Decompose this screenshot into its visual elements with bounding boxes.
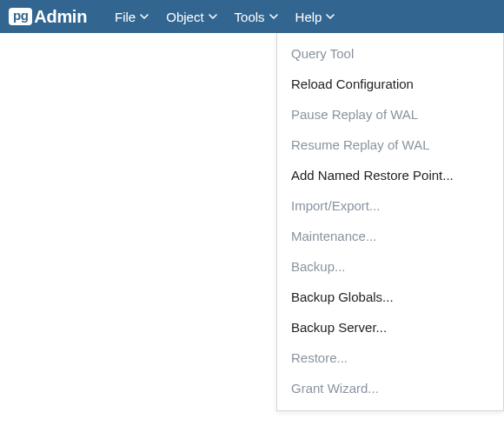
menu-label: File [115,10,136,24]
dropdown-item-maintenance[interactable]: Maintenance... [277,221,503,251]
logo-text: Admin [34,7,87,27]
dropdown-item-query-tool[interactable]: Query Tool [277,38,503,69]
menu-label: Tools [235,10,265,24]
menu-tools[interactable]: Tools [226,0,287,33]
app-logo: pg Admin [9,7,87,27]
menu-object[interactable]: Object [157,0,225,33]
dropdown-item-backup[interactable]: Backup... [277,251,503,282]
chevron-down-icon [269,14,278,19]
logo-badge: pg [9,8,32,25]
dropdown-item-resume-replay-wal[interactable]: Resume Replay of WAL [277,130,503,160]
chevron-down-icon [209,14,217,19]
dropdown-item-pause-replay-wal[interactable]: Pause Replay of WAL [277,99,503,130]
menubar: pg Admin File Object Tools Help [0,0,504,33]
menu-label: Help [295,10,322,24]
chevron-down-icon [140,14,149,19]
dropdown-item-backup-server[interactable]: Backup Server... [277,312,503,343]
dropdown-item-reload-configuration[interactable]: Reload Configuration [277,69,503,99]
chevron-down-icon [326,14,335,19]
dropdown-item-restore[interactable]: Restore... [277,343,503,373]
menu-help[interactable]: Help [287,0,344,33]
dropdown-item-grant-wizard[interactable]: Grant Wizard... [277,373,503,403]
menu-file[interactable]: File [106,0,157,33]
dropdown-item-add-named-restore-point[interactable]: Add Named Restore Point... [277,160,503,190]
dropdown-item-import-export[interactable]: Import/Export... [277,190,503,221]
dropdown-item-backup-globals[interactable]: Backup Globals... [277,282,503,312]
menu-label: Object [166,10,203,24]
tools-dropdown: Query Tool Reload Configuration Pause Re… [276,33,504,411]
menu-items: File Object Tools Help [106,0,343,33]
